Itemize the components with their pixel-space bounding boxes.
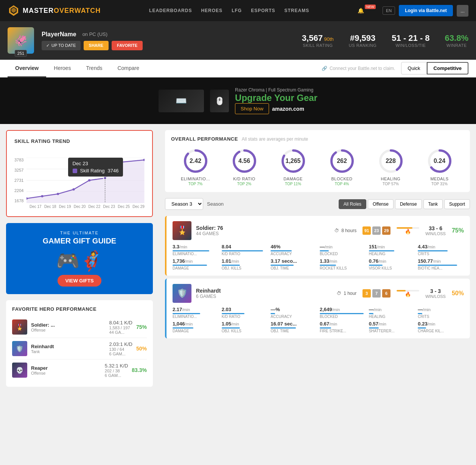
hero-stat2-0-2: 3.17 seco... OBJ. TIME	[271, 258, 317, 270]
ad-cta-button[interactable]: Shop Now	[235, 103, 269, 114]
logo-overwatch-text: OVERWATCH	[54, 7, 101, 14]
chart-x-labels: Dec 17 Dec 18 Dec 19 Dec 20 Dec 22 Dec 2…	[14, 205, 145, 209]
hero-card-top-0: 🎖️ Soldier: 76 44 GAMES 8 hours 91 23 29	[173, 221, 464, 240]
hero-stat2-1-0: 1,046/min DAMAGE	[173, 321, 219, 333]
fav-hero-avatar-rein: 🛡️	[12, 341, 27, 356]
hero-stat2-0-3: 1.33/min ROCKET KILLS	[320, 258, 366, 270]
gift-title: GAMER GIFT GUIDE	[14, 237, 145, 245]
hero-games-1: 6 GAMES	[196, 294, 332, 299]
season-select[interactable]: Season 3 Season 2 Season 1	[165, 198, 203, 210]
chart-area: 3783 3257 2731 2204 1678	[14, 150, 145, 203]
mode-competitive-button[interactable]: Competitive	[427, 62, 468, 74]
x-label-6: Dec 25	[118, 205, 130, 209]
perf-circle-1: 4.56	[231, 148, 258, 174]
perf-subtitle: All stats are averages per minute	[242, 136, 308, 142]
share-button[interactable]: SHARE	[84, 41, 109, 50]
logo-master-text: MASTER	[23, 7, 54, 14]
hero-stat2-0-0: 1,736/min DAMAGE	[173, 258, 219, 270]
favorite-heroes-section: FAVORITE HERO PERFORMANCE 🎖️ Soldier: ..…	[6, 300, 153, 387]
perf-stat-5: 0.24 MEDALS TOP 31%	[415, 148, 464, 186]
medal-gold-0: 91	[362, 226, 371, 235]
nav-streams[interactable]: STREAMS	[284, 8, 309, 13]
hero-stat-1-1: 2.03 K/D RATIO	[222, 307, 268, 319]
login-button[interactable]: Login via Battle.net	[399, 5, 453, 16]
stat-winrate: 63.8% WINRATE	[445, 33, 468, 48]
y-label-0: 3783	[14, 158, 23, 162]
role-btn-all[interactable]: All Roles	[339, 199, 366, 209]
medals-1: 3 7 6	[362, 289, 390, 298]
skill-rating-value: 3,567 90th	[302, 33, 334, 43]
profile-stats: 3,567 90th SKILL RATING #9,593 US RANKIN…	[302, 33, 468, 48]
avatar-level: 251	[15, 50, 27, 57]
hero-stat2-1-4: 0.57/min SHATTERER...	[369, 321, 415, 333]
language-button[interactable]: EN	[383, 6, 395, 15]
mode-quick-button[interactable]: Quick	[401, 62, 426, 74]
role-btn-defense[interactable]: Defense	[395, 199, 422, 209]
tab-heroes[interactable]: Heroes	[46, 60, 78, 78]
new-badge: NEW	[365, 5, 376, 9]
favorite-button[interactable]: FAVORITE	[112, 41, 143, 50]
battle-net-link: Connect your Battle.net to claim.	[322, 66, 395, 71]
mouse-image: 🖱️	[210, 90, 229, 112]
tab-trends[interactable]: Trends	[78, 60, 110, 78]
favorite-heroes-title: FAVORITE HERO PERFORMANCE	[12, 306, 147, 312]
nav-esports[interactable]: ESPORTS	[251, 8, 275, 13]
avatar-container: 🦑 251	[8, 27, 34, 54]
y-label-1: 3257	[14, 168, 23, 172]
fav-hero-winrate-2: 83.3%	[132, 367, 147, 373]
profile-info: PlayerName on PC (US) UP TO DATE SHARE F…	[42, 31, 294, 50]
hero-stat2-1-3: 0.67/min FIRE STRIKE...	[320, 321, 366, 333]
check-icon	[46, 43, 50, 48]
nav-leaderboards[interactable]: LEADERBOARDS	[149, 8, 192, 13]
fav-hero-winrate-0: 75%	[136, 324, 147, 330]
nav-right: 🔔 NEW EN Login via Battle.net ...	[358, 5, 468, 17]
perf-circle-5: 0.24	[426, 148, 453, 174]
more-button[interactable]: ...	[457, 5, 468, 17]
y-label-3: 2204	[14, 188, 23, 193]
fav-hero-name-0: Soldier: ...	[31, 322, 106, 328]
x-label-4: Dec 22	[89, 205, 101, 209]
medal-bronze-0: 29	[382, 226, 390, 235]
clock-icon	[334, 228, 339, 233]
role-btn-support[interactable]: Support	[444, 199, 470, 209]
nav-heroes[interactable]: HEROES	[201, 8, 222, 13]
hero-stat-1-3: 2,649/min BLOCKED	[320, 307, 366, 319]
tooltip-color-swatch	[73, 169, 77, 173]
hero-stat2-0-4: 0.76/min VISOR KILLS	[369, 258, 415, 270]
role-btn-offense[interactable]: Offense	[368, 199, 394, 209]
trend-title: SKILL RATING TREND	[14, 138, 145, 144]
gift-cta-button[interactable]: VIEW GIFTS	[58, 275, 101, 287]
hero-info-1: Reinhardt 6 GAMES	[196, 288, 332, 299]
ad-brand: Razer Chroma | Full Spectrum Gaming	[235, 87, 317, 93]
hero-stat-1-2: —% ACCURACY	[271, 307, 317, 319]
top-header: MASTEROVERWATCH LEADERBOARDS HEROES LFG …	[0, 0, 476, 21]
tab-compare[interactable]: Compare	[110, 60, 147, 78]
x-label-1: Dec 18	[44, 205, 56, 209]
hero-stats-grid-0b: 1,736/min DAMAGE 1.01/min OBJ. KILLS 3.1…	[173, 258, 464, 270]
hero-avatar-s76: 🎖️	[173, 221, 191, 240]
svg-point-10	[41, 195, 44, 197]
skill-rating-label: SKILL RATING	[302, 43, 334, 48]
x-label-0: Dec 17	[30, 205, 42, 209]
main-content: SKILL RATING TREND 3783 3257 2731 2204 1…	[0, 124, 476, 393]
uptodate-button[interactable]: UP TO DATE	[42, 41, 81, 50]
chart-y-labels: 3783 3257 2731 2204 1678	[14, 158, 23, 203]
role-buttons: All Roles Offense Defense Tank Support	[339, 199, 470, 209]
logo-area: MASTEROVERWATCH	[8, 5, 101, 17]
skill-trend-card: SKILL RATING TREND 3783 3257 2731 2204 1…	[6, 130, 153, 217]
hero-stats-grid-1: 2.17/min ELIMINATIO... 2.03 K/D RATIO —%…	[173, 307, 464, 319]
us-ranking-value: #9,593	[349, 33, 376, 43]
fav-hero-item-2: 💀 Reaper Offense 5.32:1 K/D 202 / 38 6 G…	[12, 360, 147, 381]
perf-header: OVERALL PERFORMANCE All stats are averag…	[171, 136, 464, 142]
gift-illustration: 🎮🦸	[14, 250, 145, 272]
role-btn-tank[interactable]: Tank	[423, 199, 443, 209]
tooltip-value: 3746	[108, 168, 119, 174]
nav-lfg[interactable]: LFG	[232, 8, 242, 13]
x-label-5: Dec 23	[103, 205, 115, 209]
keyboard-image: ⌨️	[159, 90, 204, 112]
tab-overview[interactable]: Overview	[8, 60, 46, 78]
notification-icon[interactable]: 🔔	[358, 8, 364, 14]
hero-name-0: Soldier: 76	[196, 225, 330, 231]
fav-hero-details-2: Reaper Offense	[31, 365, 101, 375]
hero-right-0: 8 hours 91 23 29 33 - 6	[334, 225, 464, 236]
